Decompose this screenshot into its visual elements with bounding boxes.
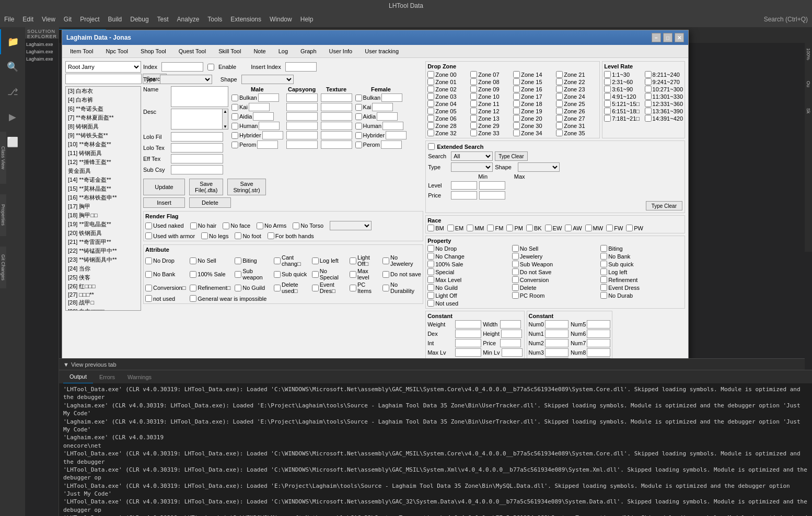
tab-note[interactable]: Note (248, 46, 271, 56)
property-checkbox[interactable] (512, 245, 519, 252)
attr-no-sell-cb[interactable] (190, 257, 196, 264)
list-item[interactable]: [7] **奇林夏面盔** (66, 113, 141, 122)
zone-checkbox[interactable] (470, 71, 477, 78)
male-hybrider-cb[interactable] (231, 132, 238, 139)
menu-test[interactable]: Test (157, 16, 169, 23)
capsyong-hybrider[interactable] (286, 131, 318, 139)
ext-search-cb[interactable] (428, 143, 435, 150)
attr-general-wear-cb[interactable] (190, 295, 196, 302)
texture-human[interactable] (321, 122, 352, 130)
ext-level-min[interactable] (451, 181, 477, 190)
property-checkbox[interactable] (427, 300, 434, 307)
list-item[interactable]: [6] **奇诺头盔 (66, 104, 141, 113)
rf-no-hair-cb[interactable] (190, 222, 197, 229)
const-weight-input[interactable] (455, 320, 481, 329)
property-checkbox[interactable] (427, 245, 434, 252)
attr-cant-change-cb[interactable] (274, 257, 281, 264)
errors-tab[interactable]: Errors (93, 370, 121, 383)
menu-debug[interactable]: Debug (130, 16, 148, 23)
female-perom-cb[interactable] (355, 142, 362, 148)
scroll-up[interactable]: ▲ (223, 109, 228, 114)
index-input[interactable] (161, 62, 203, 72)
property-checkbox[interactable] (512, 261, 519, 267)
list-item[interactable]: [17] 胸甲 (66, 202, 141, 211)
update-button[interactable]: Update (143, 179, 185, 195)
rf-no-face-cb[interactable] (223, 222, 229, 229)
num8-input[interactable] (587, 348, 610, 357)
zone-checkbox[interactable] (513, 108, 520, 114)
rf-used-naked-cb[interactable] (145, 222, 152, 229)
female-bulkan-cb[interactable] (355, 95, 362, 101)
property-checkbox[interactable] (427, 276, 434, 283)
list-item[interactable]: [23] **铸钢面具中** (66, 255, 141, 264)
texture-aidia[interactable] (321, 112, 352, 121)
insert-index-input[interactable] (285, 62, 317, 72)
level-rate-checkbox[interactable] (604, 71, 611, 78)
right-tab-ou[interactable]: Ou (806, 81, 811, 87)
female-kai-input[interactable] (372, 103, 393, 111)
texture-bulkan[interactable] (321, 93, 352, 102)
list-item[interactable]: [3] 白布衣 (66, 87, 141, 96)
menu-build[interactable]: Build (108, 16, 122, 23)
list-item[interactable]: [14] **奇诺金盔** (66, 175, 141, 184)
num6-input[interactable] (587, 330, 610, 338)
capsyong-aidia[interactable] (286, 112, 318, 121)
property-checkbox[interactable] (512, 253, 519, 260)
solution-item[interactable]: Laghaim.exe (26, 41, 57, 48)
search-input[interactable] (65, 74, 142, 84)
const-width-input[interactable] (500, 320, 521, 329)
male-bulkan-cb[interactable] (231, 95, 238, 101)
zone-checkbox[interactable] (556, 93, 563, 100)
activity-explorer[interactable]: 📁 (0, 29, 25, 54)
scroll-down[interactable]: ▼ (223, 124, 228, 129)
sub-csy-input[interactable] (171, 165, 223, 174)
property-checkbox[interactable] (512, 268, 519, 275)
minimize-button[interactable]: − (652, 33, 661, 42)
list-item[interactable]: 黄金面具 (66, 167, 141, 175)
list-item[interactable]: [8] 铸钢面具 (66, 122, 141, 131)
male-kai-cb[interactable] (231, 104, 238, 111)
zone-checkbox[interactable] (513, 78, 520, 85)
const-int-input[interactable] (455, 339, 481, 347)
zone-checkbox[interactable] (513, 115, 520, 122)
attr-100-sale-cb[interactable] (190, 271, 196, 278)
property-checkbox[interactable] (600, 276, 607, 283)
eff-tex-input[interactable] (171, 154, 223, 163)
texture-perom[interactable] (321, 140, 352, 149)
property-checkbox[interactable] (512, 292, 519, 299)
num0-input[interactable] (545, 320, 569, 329)
attr-no-durability-cb[interactable] (382, 285, 389, 291)
zone-checkbox[interactable] (470, 100, 477, 107)
capsyong-bulkan[interactable] (286, 93, 318, 102)
property-checkbox[interactable] (427, 268, 434, 275)
attr-conversion-cb[interactable] (145, 285, 152, 291)
list-item[interactable]: [20] 铁钢面具 (66, 229, 141, 238)
attr-not-used-cb[interactable] (145, 295, 152, 302)
list-item[interactable]: [24] 当你 (66, 264, 141, 273)
attr-biting-cb[interactable] (235, 257, 241, 264)
female-perom-input[interactable] (381, 140, 402, 149)
menu-edit[interactable]: Edit (22, 16, 33, 23)
tab-log[interactable]: Log (273, 46, 294, 56)
maximize-button[interactable]: □ (663, 33, 672, 42)
race-checkbox[interactable] (585, 225, 592, 231)
attr-log-left-cb[interactable] (312, 257, 319, 264)
zone-checkbox[interactable] (470, 78, 477, 85)
solution-item[interactable]: Laghaim.exe (26, 55, 57, 63)
female-kai-cb[interactable] (355, 104, 362, 111)
zone-checkbox[interactable] (556, 115, 563, 122)
delete-button[interactable]: Delete (189, 197, 231, 208)
zone-checkbox[interactable] (556, 78, 563, 85)
list-item[interactable]: [27] □□□** (66, 291, 141, 298)
ext-shape-select[interactable] (518, 162, 560, 172)
zone-checkbox[interactable] (427, 78, 434, 85)
attr-no-guild-cb[interactable] (235, 285, 241, 291)
attr-refinement-cb[interactable] (190, 285, 196, 291)
prev-tab-bar[interactable]: ▼ View previous tab (59, 358, 805, 370)
attr-light-off-cb[interactable] (350, 257, 356, 264)
property-checkbox[interactable] (427, 284, 434, 291)
ext-type-clear-btn[interactable]: Type Clear (495, 151, 527, 161)
const-minlv-input[interactable] (502, 348, 523, 357)
tab-quest-tool[interactable]: Quest Tool (173, 46, 212, 56)
list-item[interactable]: [4] 白布裤 (66, 96, 141, 104)
